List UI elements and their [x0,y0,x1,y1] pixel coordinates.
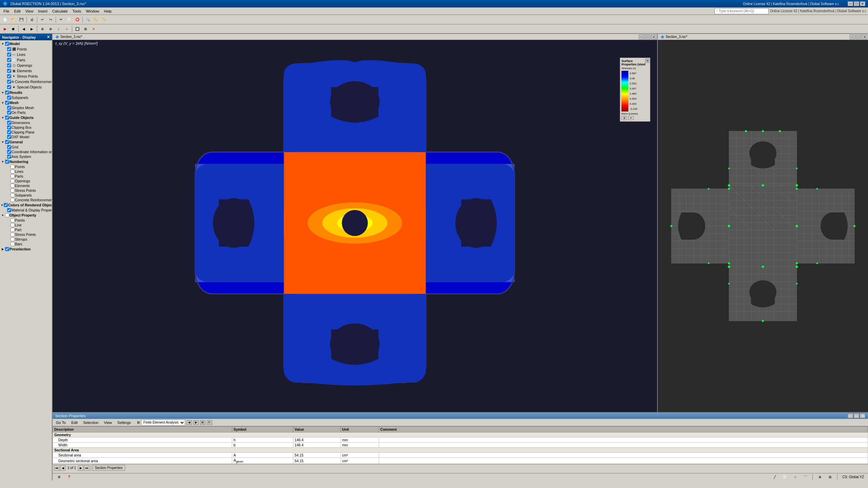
sp-view[interactable]: View [102,420,114,425]
run-button[interactable]: ▶ [1,25,9,33]
draw-line[interactable]: ╱ [771,473,778,481]
vp-right-max[interactable]: □ [856,35,861,39]
nav-section-colors[interactable]: ▼ Colors of Rendered Objects by [0,202,52,208]
draw-arc[interactable]: ⌒ [802,473,809,481]
nav-check-results[interactable] [5,90,9,95]
menu-file[interactable]: File [1,8,12,14]
nav-num-lines[interactable]: Lines [0,169,52,174]
nav-obj-points[interactable]: Points [0,218,52,223]
nav-check-guide[interactable] [5,116,9,120]
tb2-btn-7[interactable]: 🔲 [74,25,81,33]
navigator-close[interactable]: ✕ [47,35,50,39]
nav-check-coord[interactable] [7,150,11,154]
nav-check-special[interactable] [7,85,11,89]
sp-analysis-dropdown[interactable]: Finite Element Analysis [141,420,185,426]
nav-toggle-preselection[interactable]: ▶ [1,247,5,251]
nav-item-simplex-mesh[interactable]: Simplex Mesh [0,105,52,110]
draw-circle[interactable]: ○ [791,473,799,481]
nav-num-elements[interactable]: Elements [0,183,52,188]
nav-item-parts[interactable]: ⬜ Parts [0,57,52,63]
sp-edit[interactable]: Edit [69,420,80,425]
tb2-btn-5[interactable]: ↕ [55,25,62,33]
status-settings-btn[interactable]: ⚙ [55,473,63,481]
tb2-btn-1[interactable]: ◀ [20,25,27,33]
tb2-btn-6[interactable]: ↔ [63,25,71,33]
nav-check-colors[interactable] [4,203,8,207]
nav-check-num-concrete[interactable] [11,198,15,202]
tb2-btn-8[interactable]: ⊞ [82,25,89,33]
viewport-right[interactable]: 🔷 Section_3.rsc* ─ □ ✕ [658,34,868,412]
nav-check-points[interactable] [7,47,11,51]
nav-check-mesh[interactable] [5,101,9,105]
nav-check-grid[interactable] [7,145,11,149]
page-last[interactable]: ⏭ [84,465,90,471]
nav-check-preselection[interactable] [5,247,9,251]
toolbar-btn-8[interactable]: 📐 [92,16,100,23]
toolbar-btn-7[interactable]: 🔍 [84,16,92,23]
nav-obj-bars[interactable]: Bars [0,242,52,246]
sp-table-btn[interactable]: ⊞ [200,420,205,425]
nav-item-clipping-box[interactable]: Clipping Box [0,125,52,130]
nav-section-guide[interactable]: ▼ Guide Objects [0,115,52,120]
nav-num-stress[interactable]: Stress Points [0,188,52,193]
nav-check-num-parts[interactable] [11,174,15,178]
nav-check-model[interactable] [5,42,9,46]
nav-check-concrete[interactable] [7,80,11,84]
nav-item-axis[interactable]: Axis System [0,154,52,159]
legend-edit-btn[interactable]: ✏ [628,116,634,120]
nav-obj-part[interactable]: Part [0,227,52,232]
tb2-btn-2[interactable]: ▶ [28,25,36,33]
nav-item-special[interactable]: ★ Special Objects [0,84,52,90]
section-panel-min[interactable]: ─ [848,413,853,418]
tb2-btn-4[interactable]: ⊗ [47,25,54,33]
nav-check-obj-stress[interactable] [11,232,15,237]
nav-num-openings[interactable]: Openings [0,179,52,183]
sp-selection[interactable]: Selection [81,420,100,425]
snap-toggle[interactable]: ⊕ [816,473,824,481]
draw-rect[interactable]: ⬜ [781,473,789,481]
legend-close-btn[interactable]: ✕ [645,59,649,63]
nav-item-elements[interactable]: ▦ Elements [0,68,52,74]
toolbar-btn-4[interactable]: ✏ [57,16,65,23]
nav-num-concrete[interactable]: Concrete Reinforcement [0,198,52,202]
nav-check-numbering[interactable] [5,160,9,164]
print-button[interactable]: 🖨 [28,16,36,23]
nav-section-preselection[interactable]: ▶ Preselection [0,246,52,252]
nav-toggle-numbering[interactable]: ▼ [1,160,5,164]
nav-check-obj-part[interactable] [11,228,15,232]
stop-button[interactable]: ⏹ [9,25,17,33]
nav-material-display[interactable]: Material & Display Properties [0,208,52,212]
toolbar-btn-6[interactable]: ⭕ [74,16,81,23]
grid-toggle[interactable]: ⊞ [826,473,834,481]
legend-settings-btn[interactable]: ⚙ [622,116,627,120]
minimize-button[interactable]: ─ [848,1,853,6]
nav-section-mesh[interactable]: ▼ Mesh [0,100,52,105]
nav-check-simplex[interactable] [7,106,11,110]
nav-section-object-property[interactable]: ▼ Object Property [0,212,52,218]
tb2-btn-9[interactable]: ✕ [90,25,97,33]
sp-next-btn[interactable]: ▶ [193,420,199,425]
nav-check-clip-box[interactable] [7,125,11,129]
vp-right-min[interactable]: ─ [850,35,855,39]
nav-check-on-parts[interactable] [7,110,11,115]
nav-num-subpanels[interactable]: Subpanels [0,193,52,198]
nav-item-lines[interactable]: — Lines [0,52,52,57]
nav-item-dimensions[interactable]: Dimensions [0,120,52,125]
nav-toggle-mesh[interactable]: ▼ [1,101,5,105]
nav-item-points[interactable]: ⬛ Points [0,46,52,52]
sp-refresh-btn[interactable]: ↻ [207,420,212,425]
nav-check-obj-stirrups[interactable] [11,237,15,241]
sp-prev-btn[interactable]: ◀ [186,420,192,425]
sp-settings[interactable]: Settings [115,420,133,425]
nav-toggle-model[interactable]: ▼ [1,42,5,46]
nav-check-obj-bars[interactable] [11,242,15,246]
menu-edit[interactable]: Edit [12,8,23,14]
undo-button[interactable]: ↩ [39,16,46,23]
viewport-right-tab[interactable]: 🔷 Section_3.rsc* ─ □ ✕ [658,34,868,40]
vp-right-close[interactable]: ✕ [862,35,867,39]
new-button[interactable]: 📄 [1,16,9,23]
nav-check-material[interactable] [7,208,11,212]
nav-check-axis[interactable] [7,155,11,159]
page-prev[interactable]: ◀ [60,465,65,471]
nav-toggle-object-prop[interactable]: ▼ [1,213,5,217]
